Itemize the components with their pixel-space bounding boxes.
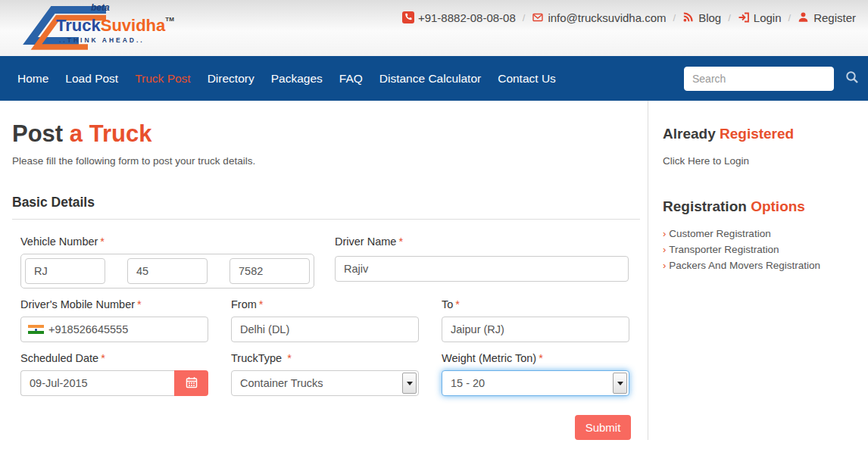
nav-item-truck-post[interactable]: Truck Post [126, 72, 199, 86]
required-asterisk: * [101, 352, 105, 364]
driver-name-field: Driver Name* [335, 236, 629, 289]
to-label: To* [442, 298, 629, 310]
india-flag-icon [28, 325, 44, 334]
driver-mobile-label: Driver's Mobile Number* [20, 298, 208, 310]
beta-badge: beta [91, 2, 110, 13]
separator: / [673, 12, 676, 23]
customer-registration-link[interactable]: ›Customer Registration [663, 226, 860, 242]
transporter-registration-link[interactable]: ›Transporter Registration [663, 242, 860, 258]
submit-row: Submit [20, 415, 640, 440]
sign-in-icon [738, 11, 750, 23]
weight-value: 15 - 20 [451, 377, 485, 389]
separator: / [728, 12, 731, 23]
separator: / [788, 12, 792, 23]
rss-icon [682, 11, 695, 23]
weight-select[interactable]: 15 - 20 [442, 370, 629, 396]
chevron-down-icon[interactable] [613, 373, 627, 394]
required-asterisk: * [398, 236, 403, 248]
brand-tagline: ..THINK AHEAD.. [59, 36, 145, 44]
login-link[interactable]: Login [738, 11, 782, 24]
blog-link[interactable]: Blog [682, 11, 721, 24]
content-area: Post a Truck Please fill the following f… [0, 101, 868, 440]
main-column: Post a Truck Please fill the following f… [0, 101, 648, 440]
brand-logo[interactable]: beta TruckSuvidhaTM ..THINK AHEAD.. [0, 0, 197, 56]
chevron-down-icon[interactable] [402, 373, 417, 394]
vehicle-number-group [20, 254, 314, 289]
nav-search [684, 67, 859, 91]
calendar-button[interactable] [174, 370, 208, 396]
vehicle-number-field: Vehicle Number* [20, 236, 314, 289]
phone-link[interactable]: +91-8882-08-08-08 [402, 11, 516, 24]
driver-name-label: Driver Name* [335, 236, 629, 248]
truck-type-field: TruckType * Container Trucks [231, 352, 419, 396]
click-here-to-login-link[interactable]: Click Here to Login [663, 155, 749, 167]
nav-item-packages[interactable]: Packages [263, 72, 331, 86]
vehicle-number-part2-input[interactable] [127, 258, 208, 284]
nav-item-load-post[interactable]: Load Post [57, 72, 126, 86]
required-asterisk: * [287, 352, 292, 364]
vehicle-number-label: Vehicle Number* [20, 236, 314, 248]
chevron-right-icon: › [663, 242, 666, 257]
main-navigation: Home Load Post Truck Post Directory Pack… [0, 56, 868, 101]
page-subtitle: Please fill the following form to post y… [12, 155, 640, 167]
driver-mobile-wrap [20, 317, 208, 342]
scheduled-date-label: Scheduled Date* [20, 352, 208, 364]
calendar-icon [186, 376, 198, 391]
nav-item-distance-calculator[interactable]: Distance Calculator [371, 72, 489, 86]
already-registered-heading: Already Registered [663, 126, 860, 142]
from-label: From* [231, 298, 419, 310]
search-button[interactable] [845, 70, 859, 86]
form-row-2: Driver's Mobile Number* From* To* [20, 298, 640, 342]
required-asterisk: * [100, 236, 105, 248]
to-input[interactable] [442, 317, 629, 342]
scheduled-date-wrap [20, 370, 208, 396]
required-asterisk: * [259, 298, 264, 310]
vehicle-number-part3-input[interactable] [229, 258, 310, 284]
search-icon [845, 70, 859, 86]
required-asterisk: * [137, 298, 142, 310]
page-title: Post a Truck [12, 120, 640, 148]
truck-type-select[interactable]: Container Trucks [231, 370, 419, 396]
search-input[interactable] [684, 67, 834, 91]
truck-type-label: TruckType * [231, 352, 419, 364]
scheduled-date-field: Scheduled Date* [20, 352, 208, 396]
weight-label: Weight (Metric Ton)* [442, 352, 629, 364]
from-input[interactable] [231, 317, 419, 342]
nav-item-contact-us[interactable]: Contact Us [489, 72, 564, 86]
weight-field: Weight (Metric Ton)* 15 - 20 [442, 352, 629, 396]
form-row-3: Scheduled Date* TruckType * Container Tr… [20, 352, 640, 396]
phone-icon [402, 11, 414, 23]
nav-item-faq[interactable]: FAQ [331, 72, 371, 86]
registration-links: ›Customer Registration ›Transporter Regi… [663, 226, 860, 274]
email-link[interactable]: info@trucksuvidha.com [532, 11, 666, 24]
from-field: From* [231, 298, 419, 342]
envelope-icon [532, 11, 544, 23]
user-icon [798, 11, 810, 23]
submit-button[interactable]: Submit [575, 415, 631, 440]
vehicle-number-part1-input[interactable] [25, 258, 105, 284]
registration-options-heading: Registration Options [663, 198, 860, 215]
form-row-1: Vehicle Number* Driver Name* [20, 236, 640, 289]
blog-label: Blog [698, 11, 721, 24]
login-label: Login [754, 11, 782, 24]
separator: / [523, 12, 526, 23]
phone-number: +91-8882-08-08-08 [418, 11, 516, 24]
right-sidebar: Already Registered Click Here to Login R… [648, 101, 868, 440]
top-utility-bar: beta TruckSuvidhaTM ..THINK AHEAD.. +91-… [0, 0, 868, 56]
chevron-right-icon: › [663, 258, 666, 273]
scheduled-date-input[interactable] [20, 370, 174, 396]
nav-item-home[interactable]: Home [9, 72, 57, 86]
chevron-right-icon: › [663, 226, 666, 242]
required-asterisk: * [455, 298, 460, 310]
driver-mobile-input[interactable] [20, 317, 208, 342]
nav-item-directory[interactable]: Directory [199, 72, 263, 86]
utility-links: +91-8882-08-08-08 / info@trucksuvidha.co… [402, 0, 868, 26]
truck-type-value: Container Trucks [240, 377, 323, 389]
packers-movers-registration-link[interactable]: ›Packers And Movers Registration [663, 258, 860, 274]
required-asterisk: * [539, 352, 543, 364]
brand-name: TruckSuvidhaTM [56, 16, 174, 36]
driver-mobile-field: Driver's Mobile Number* [20, 298, 208, 342]
driver-name-input[interactable] [335, 256, 629, 282]
register-link[interactable]: Register [798, 11, 856, 24]
post-truck-form: Vehicle Number* Driver Name* Driver's Mo… [12, 236, 640, 440]
